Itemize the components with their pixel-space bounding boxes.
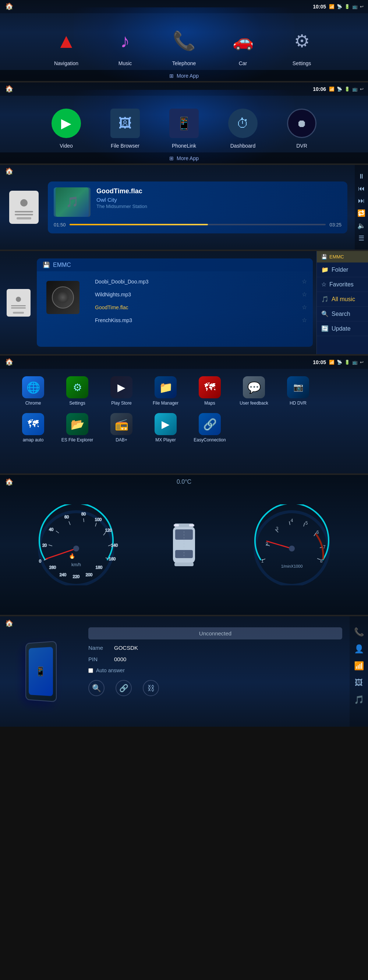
app-navigation[interactable]: ▲ Navigation — [37, 24, 96, 66]
track-star-4[interactable]: ☆ — [302, 317, 307, 324]
side-menu-allmusic[interactable]: 🎵 All music — [317, 292, 368, 307]
app-settings[interactable]: ⚙ Settings — [272, 24, 331, 66]
home-button-2[interactable]: 🏠 — [5, 85, 13, 93]
app-chrome[interactable]: 🌐 Chrome — [15, 376, 52, 406]
back-icon-5[interactable]: ↩ — [360, 360, 363, 365]
track-item-2[interactable]: WildNights.mp3 ☆ — [89, 288, 313, 301]
image-side-button[interactable]: 🖼 — [355, 678, 363, 688]
dashboard-label: Dashboard — [230, 143, 256, 149]
total-time: 03:25 — [329, 222, 341, 228]
music-artist: Owl City — [97, 197, 341, 203]
svg-text:160: 160 — [109, 557, 115, 561]
track-item-3[interactable]: GoodTime.flac ☆ — [89, 301, 313, 313]
auto-answer-checkbox[interactable] — [88, 668, 93, 673]
more-apps-grid: 🌐 Chrome ⚙ Settings ▶ Play Store 📁 File … — [0, 369, 368, 450]
pin-label: PIN — [88, 656, 107, 662]
more-apps-screen: 🏠 10:05 📶 📡 🔋 📺 ↩ 🌐 Chrome ⚙ Settings ▶ … — [0, 356, 368, 473]
update-icon: 🔄 — [321, 325, 328, 332]
app-easyconn[interactable]: 🔗 EasyConnection — [191, 413, 228, 442]
track-star-3[interactable]: ☆ — [302, 304, 307, 311]
playlist-button[interactable]: ☰ — [358, 234, 364, 242]
repeat-button[interactable]: 🔁 — [357, 209, 365, 217]
pause-button[interactable]: ⏸ — [358, 173, 365, 180]
progress-bar[interactable] — [70, 224, 326, 225]
hddvr-label: HD DVR — [290, 401, 306, 406]
home-button[interactable]: 🏠 — [5, 2, 13, 10]
next-button[interactable]: ⏭ — [358, 197, 365, 205]
volume-button[interactable]: 🔈 — [357, 222, 365, 230]
app-userfeedback[interactable]: 💬 User feedback — [236, 376, 272, 406]
app-car[interactable]: 🚗 Car — [213, 24, 272, 66]
wifi-icon: 📶 — [329, 4, 335, 9]
filebrowser-icon-wrap: 🖼 — [109, 107, 142, 140]
track-star-2[interactable]: ☆ — [302, 291, 307, 298]
signal-side-button[interactable]: 📶 — [354, 661, 364, 671]
side-menu-search[interactable]: 🔍 Search — [317, 307, 368, 321]
app-filebrowser[interactable]: 🖼 File Browser — [96, 107, 155, 149]
app-music[interactable]: ♪ Music — [96, 24, 155, 66]
album-thumb-container — [37, 271, 89, 330]
app-playstore[interactable]: ▶ Play Store — [103, 376, 140, 406]
back-icon-2[interactable]: ↩ — [360, 86, 363, 92]
app-grid-2: ▶ Video 🖼 File Browser 📱 PhoneLink ⏱ Das… — [0, 96, 368, 153]
svg-text:60: 60 — [64, 515, 69, 519]
more-app-bar-2[interactable]: ⊞ More App — [0, 153, 368, 164]
phone-visual: 📱 — [0, 616, 81, 727]
app-phonelink[interactable]: 📱 PhoneLink — [155, 107, 213, 149]
video-label: Video — [60, 143, 73, 149]
connect-action-button[interactable]: 🔗 — [116, 680, 132, 696]
app-esfile[interactable]: 📂 ES File Explorer — [59, 413, 96, 442]
track-item-4[interactable]: FrenchKiss.mp3 ☆ — [89, 313, 313, 326]
dvr-label: DVR — [296, 143, 307, 149]
more-app-bar-1[interactable]: ⊞ More App — [0, 70, 368, 81]
app-video[interactable]: ▶ Video — [37, 107, 96, 149]
music-player-screen: 🏠 🎵 GoodTime.flac Owl City The Midsummer… — [0, 165, 368, 250]
call-side-button[interactable]: 📞 — [354, 627, 364, 637]
music-side-button[interactable]: 🎵 — [354, 695, 364, 705]
dashboard-icon-wrap: ⏱ — [226, 107, 259, 140]
contacts-side-button[interactable]: 👤 — [354, 644, 364, 654]
search-action-button[interactable]: 🔍 — [88, 680, 105, 696]
app-maps[interactable]: 🗺 Maps — [191, 376, 228, 406]
track-item-1[interactable]: Doobi_Doobi_Doo.mp3 ☆ — [89, 275, 313, 288]
app-hddvr[interactable]: 📷 HD DVR — [280, 376, 316, 406]
app-dvr[interactable]: ⏺ DVR — [272, 107, 331, 149]
disconnect-action-button[interactable]: ⛓ — [143, 680, 159, 696]
home-button-6[interactable]: 🏠 — [5, 478, 13, 486]
app-mxplayer[interactable]: ▶ MX Player — [147, 413, 184, 442]
playstore-label: Play Store — [111, 401, 132, 406]
side-menu-update[interactable]: 🔄 Update — [317, 321, 368, 336]
wifi-icon-5: 📶 — [329, 360, 335, 365]
app-settings-more[interactable]: ⚙ Settings — [59, 376, 96, 406]
side-menu-folder[interactable]: 📁 Folder — [317, 262, 368, 277]
navigation-icon-wrap: ▲ — [50, 24, 83, 57]
phonelink-label: PhoneLink — [172, 143, 196, 149]
track-star-1[interactable]: ☆ — [302, 278, 307, 285]
app-filemanager[interactable]: 📁 File Manager — [147, 376, 184, 406]
usb-line-3 — [11, 305, 26, 306]
home-button-3[interactable]: 🏠 — [5, 167, 13, 175]
app-dab[interactable]: 📻 DAB+ — [103, 413, 140, 442]
svg-line-3 — [49, 545, 52, 546]
svg-line-53 — [267, 541, 292, 549]
side-menu-favorites[interactable]: ☆ Favorites — [317, 277, 368, 292]
home-button-7[interactable]: 🏠 — [5, 619, 13, 627]
status-icons-2: 📶 📡 🔋 📺 ↩ — [329, 86, 363, 92]
album-art-bg: 🎵 — [56, 188, 89, 217]
svg-line-13 — [103, 532, 106, 535]
prev-button[interactable]: ⏮ — [358, 185, 365, 192]
phone-info-panel: Unconnected Name GOCSDK PIN 0000 Auto an… — [81, 616, 350, 727]
filemanager-label: File Manager — [153, 401, 178, 406]
chrome-icon: 🌐 — [22, 376, 44, 398]
svg-text:0: 0 — [39, 559, 41, 563]
app-telephone[interactable]: 📞 Telephone — [155, 24, 213, 66]
dvr-icon-wrap: ⏺ — [285, 107, 318, 140]
svg-text:200: 200 — [86, 573, 92, 577]
home-button-5[interactable]: 🏠 — [5, 358, 13, 366]
back-icon[interactable]: ↩ — [360, 4, 363, 9]
allmusic-label: All music — [332, 296, 355, 302]
app-dashboard[interactable]: ⏱ Dashboard — [213, 107, 272, 149]
rpm-svg: 1 2 3 4 5 6 7 8 — [247, 504, 336, 585]
app-amap[interactable]: 🗺 amap auto — [15, 413, 52, 442]
phone-device-icon: 📱 — [25, 641, 57, 702]
